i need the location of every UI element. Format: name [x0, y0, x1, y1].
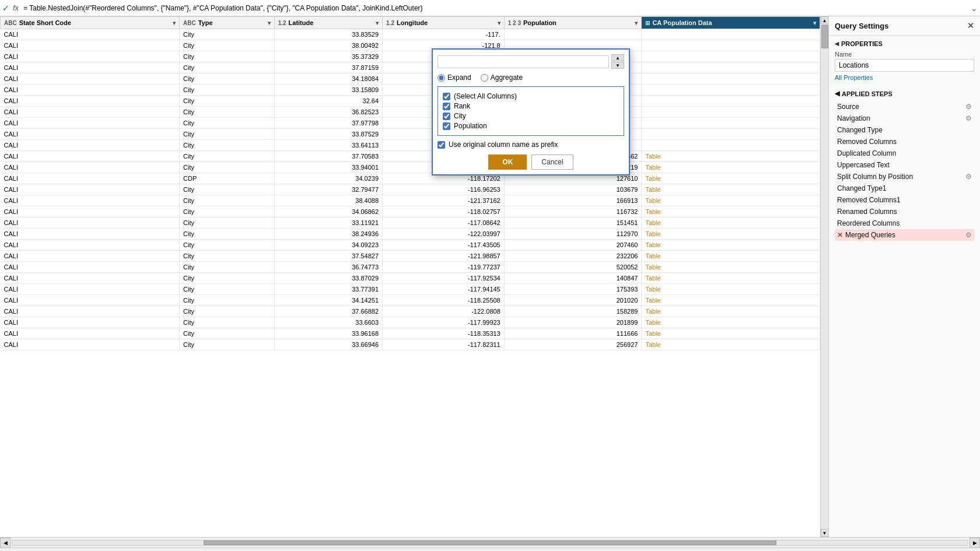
- popup-search-area: ▲ ▼: [438, 54, 624, 69]
- filter-lat-icon[interactable]: ▾: [376, 20, 379, 26]
- table-row: CALI City 34.06862 -118.02757 116732 Tab…: [1, 206, 820, 217]
- cell-ca-pop[interactable]: Table: [642, 206, 820, 217]
- cell-ca-pop[interactable]: Table: [642, 217, 820, 229]
- step-gear-icon-source[interactable]: ⚙: [965, 103, 972, 111]
- col-ca-pop-data: ⊞ CA Population Data ▾: [642, 17, 820, 29]
- sort-desc-button[interactable]: ▼: [611, 62, 624, 69]
- cell-lon: -117.92534: [383, 273, 505, 284]
- scroll-right-arrow[interactable]: ▶: [970, 538, 980, 548]
- cell-state: CALI: [1, 40, 180, 51]
- properties-section-title: ◀ PROPERTIES: [835, 40, 974, 47]
- cell-ca-pop[interactable]: Table: [642, 328, 820, 339]
- formula-input[interactable]: [23, 4, 971, 12]
- formula-expand-icon[interactable]: ⌄: [971, 3, 978, 13]
- filter-pop-icon[interactable]: ▾: [635, 20, 638, 26]
- bottom-scroll-thumb[interactable]: [204, 541, 777, 545]
- cell-ca-pop[interactable]: Table: [642, 295, 820, 306]
- ok-button[interactable]: OK: [488, 155, 527, 170]
- expand-radio[interactable]: [438, 74, 445, 82]
- step-item-uppercased_text[interactable]: Uppercased Text: [835, 159, 974, 171]
- cell-type: City: [180, 184, 275, 195]
- formula-confirm-icon[interactable]: ✓: [2, 3, 9, 13]
- step-item-removed_columns[interactable]: Removed Columns: [835, 136, 974, 148]
- col-longitude: 1.2 Longitude ▾: [383, 17, 505, 29]
- query-settings-close-icon[interactable]: ✕: [967, 21, 974, 30]
- cell-state: CALI: [1, 118, 180, 129]
- cell-state: CALI: [1, 251, 180, 262]
- bottom-scroll-track[interactable]: [12, 540, 968, 546]
- col-type: ABC Type ▾: [180, 17, 275, 29]
- city-checkbox[interactable]: [443, 113, 450, 120]
- cancel-button[interactable]: Cancel: [531, 155, 573, 170]
- cell-pop: 232206: [504, 251, 642, 262]
- bottom-scroll-bar: ◀ ▶: [0, 537, 980, 548]
- select-all-label: (Select All Columns): [454, 92, 517, 100]
- cell-ca-pop[interactable]: Table: [642, 184, 820, 195]
- scroll-up-arrow[interactable]: ▲: [821, 16, 829, 24]
- step-item-split_column[interactable]: Split Column by Position⚙: [835, 171, 974, 183]
- cell-type: City: [180, 306, 275, 317]
- expand-aggregate-radio: Expand Aggregate: [438, 73, 624, 82]
- cell-ca-pop[interactable]: Table: [642, 251, 820, 262]
- step-item-source[interactable]: Source⚙: [835, 101, 974, 113]
- step-item-changed_type1[interactable]: Changed Type1: [835, 183, 974, 194]
- cell-ca-pop[interactable]: Table: [642, 262, 820, 273]
- cell-ca-pop[interactable]: Table: [642, 317, 820, 328]
- cell-ca-pop[interactable]: Table: [642, 173, 820, 184]
- step-item-merged_queries[interactable]: ✕Merged Queries⚙: [835, 229, 974, 241]
- cell-lat: 34.0239: [274, 173, 382, 184]
- cell-ca-pop[interactable]: Table: [642, 273, 820, 284]
- step-label-removed_columns1: Removed Columns1: [837, 196, 972, 204]
- step-label-renamed_columns: Renamed Columns: [837, 208, 972, 216]
- use-prefix-checkbox[interactable]: [438, 141, 445, 149]
- cell-ca-pop: [642, 29, 820, 40]
- step-item-renamed_columns[interactable]: Renamed Columns: [835, 206, 974, 217]
- cell-lat: 37.54827: [274, 251, 382, 262]
- cell-lon: -119.77237: [383, 262, 505, 273]
- expand-radio-label[interactable]: Expand: [438, 73, 471, 82]
- rank-checkbox[interactable]: [443, 103, 450, 110]
- cell-lat: 33.87029: [274, 273, 382, 284]
- cell-ca-pop[interactable]: Table: [642, 162, 820, 173]
- all-properties-link[interactable]: All Properties: [835, 74, 873, 81]
- scroll-down-arrow[interactable]: ▼: [821, 529, 829, 537]
- step-item-duplicated_column[interactable]: Duplicated Column: [835, 148, 974, 159]
- cell-ca-pop: [642, 96, 820, 107]
- cell-state: CALI: [1, 162, 180, 173]
- cell-ca-pop[interactable]: Table: [642, 339, 820, 350]
- scroll-track[interactable]: [821, 24, 829, 529]
- popup-search-input[interactable]: [438, 55, 609, 68]
- filter-ca-icon[interactable]: ▾: [813, 20, 816, 26]
- cell-ca-pop[interactable]: Table: [642, 306, 820, 317]
- step-item-navigation[interactable]: Navigation⚙: [835, 113, 974, 124]
- filter-type-icon[interactable]: ▾: [268, 20, 271, 26]
- scroll-left-arrow[interactable]: ◀: [0, 538, 10, 548]
- step-gear-icon-merged_queries[interactable]: ⚙: [965, 231, 972, 239]
- step-label-changed_type: Changed Type: [837, 126, 972, 134]
- aggregate-radio[interactable]: [481, 74, 488, 82]
- col-label-type: Type: [198, 19, 213, 26]
- step-item-changed_type[interactable]: Changed Type: [835, 124, 974, 136]
- step-item-reordered_columns[interactable]: Reordered Columns: [835, 217, 974, 229]
- population-checkbox[interactable]: [443, 122, 450, 130]
- cell-state: CALI: [1, 295, 180, 306]
- filter-lon-icon[interactable]: ▾: [498, 20, 501, 26]
- filter-state-icon[interactable]: ▾: [173, 20, 176, 26]
- select-all-checkbox[interactable]: [443, 93, 450, 100]
- aggregate-radio-label[interactable]: Aggregate: [481, 73, 523, 82]
- step-gear-icon-split_column[interactable]: ⚙: [965, 173, 972, 181]
- cell-ca-pop[interactable]: Table: [642, 229, 820, 240]
- cell-ca-pop[interactable]: Table: [642, 240, 820, 251]
- scroll-thumb[interactable]: [821, 25, 828, 48]
- cell-ca-pop[interactable]: Table: [642, 284, 820, 295]
- cell-ca-pop[interactable]: Table: [642, 195, 820, 206]
- cell-lon: -116.96253: [383, 184, 505, 195]
- table-row: CALI City 38.24936 -122.03997 112970 Tab…: [1, 229, 820, 240]
- step-item-removed_columns1[interactable]: Removed Columns1: [835, 194, 974, 206]
- sort-asc-button[interactable]: ▲: [611, 54, 624, 61]
- cell-ca-pop[interactable]: Table: [642, 151, 820, 162]
- table-area: ABC State Short Code ▾ ABC Type ▾: [0, 16, 820, 537]
- step-label-reordered_columns: Reordered Columns: [837, 219, 972, 227]
- step-gear-icon-navigation[interactable]: ⚙: [965, 114, 972, 122]
- cell-lon: -117.43505: [383, 240, 505, 251]
